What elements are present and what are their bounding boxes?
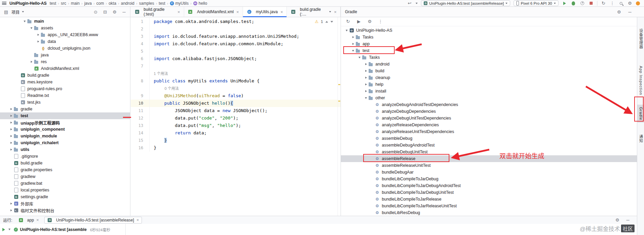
project-tree-item[interactable]: java xyxy=(0,52,130,58)
chevron-right-icon[interactable] xyxy=(364,83,368,85)
tool-window-button-device-manager[interactable]: 设备管理器 xyxy=(637,26,644,51)
project-tree-item[interactable]: proguard-rules.pro xyxy=(0,85,130,92)
code-line[interactable]: 1package com.okta.android.samples.test; xyxy=(131,18,341,25)
project-tree-item[interactable]: 外部库 xyxy=(0,200,130,207)
more-icon[interactable]: ⋮ xyxy=(378,19,383,24)
run-process-pane[interactable]: ✓ UniPlugin-Hello-AS:test [assemble 6秒92… xyxy=(0,224,126,235)
chevron-down-icon[interactable] xyxy=(357,57,362,58)
code-line[interactable]: 1 个用法 xyxy=(131,70,341,77)
chevron-down-icon[interactable] xyxy=(29,27,34,29)
close-icon[interactable]: × xyxy=(137,217,139,223)
gear-icon[interactable]: ⚙ xyxy=(112,9,118,15)
gradle-tree-item[interactable]: bundleLibResDebug xyxy=(341,209,637,216)
project-tree-item[interactable]: AndroidManifest.xml xyxy=(0,65,130,72)
gradle-tree-item[interactable]: build xyxy=(341,68,637,74)
gradle-tree-item[interactable]: app xyxy=(341,41,637,47)
breadcrumb-item[interactable]: test xyxy=(50,1,56,6)
gradle-tree-item[interactable]: Tasks xyxy=(341,54,637,61)
code-line[interactable]: 14 return data; xyxy=(131,129,341,137)
chevron-down-icon[interactable] xyxy=(364,97,368,99)
gradle-tree-item[interactable]: help xyxy=(341,81,637,88)
chevron-right-icon[interactable] xyxy=(351,36,355,38)
editor-tab[interactable]: myUtils.java× xyxy=(243,7,287,17)
gear-icon[interactable]: ⚙ xyxy=(614,217,620,223)
warning-mark[interactable] xyxy=(338,84,340,85)
gradle-tree-item[interactable]: assembleRelease xyxy=(341,155,637,162)
console-output[interactable]: > Task :test:mergeReleaseGeneratedProgua… xyxy=(126,224,637,235)
close-icon[interactable]: × xyxy=(280,9,283,15)
locate-file-icon[interactable]: ⊙ xyxy=(93,9,99,15)
gradle-tree-item[interactable]: assembleDebugAndroidTest xyxy=(341,142,637,149)
tool-window-button-app-inspection[interactable]: App Inspection xyxy=(637,63,644,98)
gradle-tree-item[interactable]: android xyxy=(341,61,637,68)
project-tree-item[interactable]: gradle xyxy=(0,106,130,112)
chevron-right-icon[interactable] xyxy=(9,142,14,144)
chevron-down-icon[interactable] xyxy=(7,229,12,230)
editor-tab[interactable]: AndroidManifest.xml× xyxy=(184,7,243,17)
run-configuration-select[interactable]: G UniPlugin-Hello-AS:test [assembleRelea… xyxy=(421,0,510,6)
project-tree-item[interactable]: settings.gradle xyxy=(0,193,130,200)
chevron-right-icon[interactable] xyxy=(9,108,14,110)
more-actions-button[interactable]: ⋮ xyxy=(610,1,615,6)
breadcrumb-item[interactable]: mhello xyxy=(193,1,207,6)
project-tree-item[interactable]: 临时文件和控制台 xyxy=(0,207,130,214)
settings-button[interactable]: ⚙ xyxy=(627,1,633,6)
gradle-tree-item[interactable]: UniPlugin-Hello-AS xyxy=(341,27,637,34)
code-line[interactable]: 12 data.put("code", "200"); xyxy=(131,114,341,122)
breadcrumb-item[interactable]: samples xyxy=(139,1,154,6)
breadcrumb-item[interactable]: test xyxy=(159,1,165,6)
rerun-icon[interactable] xyxy=(2,228,5,231)
breadcrumb-item[interactable]: main xyxy=(71,1,80,6)
profiler-button[interactable] xyxy=(579,1,585,6)
gradle-tree-item[interactable]: bundleDebugAar xyxy=(341,169,637,176)
project-tree-item[interactable]: Readme.txt xyxy=(0,92,130,99)
run-button[interactable] xyxy=(562,1,567,6)
project-tree-item[interactable]: uniapp示例工程源码 xyxy=(0,119,130,126)
project-tree-item[interactable]: main xyxy=(0,18,130,25)
gradle-tree-item[interactable]: Tasks xyxy=(341,34,637,41)
gear-icon[interactable]: ⚙ xyxy=(616,9,622,15)
project-tree-item[interactable]: data xyxy=(0,38,130,45)
gradle-tree-item[interactable]: bundleLibCompileToJarDebug xyxy=(341,176,637,182)
project-tree-item[interactable]: apps._UNI_423EEB6.www xyxy=(0,31,130,38)
project-tree-item[interactable]: uniplugin_component xyxy=(0,126,130,133)
project-tree-item[interactable]: local.properties xyxy=(0,187,130,193)
hide-panel-icon[interactable]: ─ xyxy=(625,217,631,223)
gradle-tree-item[interactable]: analyzeDebugDependencies xyxy=(341,108,637,115)
gradle-tree-item[interactable]: other xyxy=(341,95,637,101)
project-tree-item[interactable]: res xyxy=(0,58,130,65)
chevron-right-icon[interactable] xyxy=(9,209,14,211)
code-line[interactable]: 5 xyxy=(131,48,341,55)
editor-tab[interactable]: build.gradle (:…× xyxy=(287,7,341,17)
breadcrumb-item[interactable]: okta xyxy=(108,1,116,6)
chevron-right-icon[interactable] xyxy=(351,43,355,45)
gradle-tree-item[interactable]: test xyxy=(341,47,637,54)
warning-mark[interactable] xyxy=(338,101,340,102)
code-line[interactable]: 8public class myUtils extends UniModule … xyxy=(131,77,341,85)
gradle-tree-item[interactable]: assembleDebugUnitTest xyxy=(341,149,637,155)
undo-icon[interactable]: ↩ xyxy=(407,1,412,6)
inspection-widget[interactable]: ⚠ 1 xyxy=(313,19,335,24)
code-line[interactable]: 9 @UniJSMethod(uiThread = false) xyxy=(131,92,341,100)
close-icon[interactable]: × xyxy=(177,9,180,15)
breadcrumb-item[interactable]: android xyxy=(121,1,134,6)
collapse-all-icon[interactable]: ⊟ xyxy=(102,9,108,15)
gradle-tree-item[interactable]: bundleLibCompileToJarReleaseUnitTest xyxy=(341,203,637,209)
breadcrumb-item[interactable]: java xyxy=(84,1,92,6)
run-tab[interactable]: app× xyxy=(15,217,42,224)
code-line[interactable]: 15 } xyxy=(131,137,341,144)
gradle-panel-title[interactable]: Gradle xyxy=(345,9,357,14)
chevron-right-icon[interactable] xyxy=(36,34,41,36)
code-line[interactable]: 0 个用法 xyxy=(131,85,341,92)
gradle-tree-item[interactable]: analyzeReleaseUnitTestDependencies xyxy=(341,128,637,135)
project-tree-item[interactable]: dcloud_uniplugins.json xyxy=(0,45,130,52)
code-line[interactable]: 3import io.dcloud.feature.uniapp.annotat… xyxy=(131,33,341,40)
debug-button[interactable] xyxy=(571,1,576,6)
project-tool-window-icon[interactable]: ▤ xyxy=(3,9,9,15)
gradle-tree-item[interactable]: bundleLibCompileToJarDebugAndroidTest xyxy=(341,182,637,189)
gradle-tree-item[interactable]: analyzeDebugAndroidTestDependencies xyxy=(341,101,637,108)
stop-button[interactable] xyxy=(588,1,594,6)
hide-panel-icon[interactable]: ─ xyxy=(121,9,127,15)
sync-button[interactable]: ↻ xyxy=(601,1,606,6)
project-tree-item[interactable]: build.gradle xyxy=(0,72,130,79)
